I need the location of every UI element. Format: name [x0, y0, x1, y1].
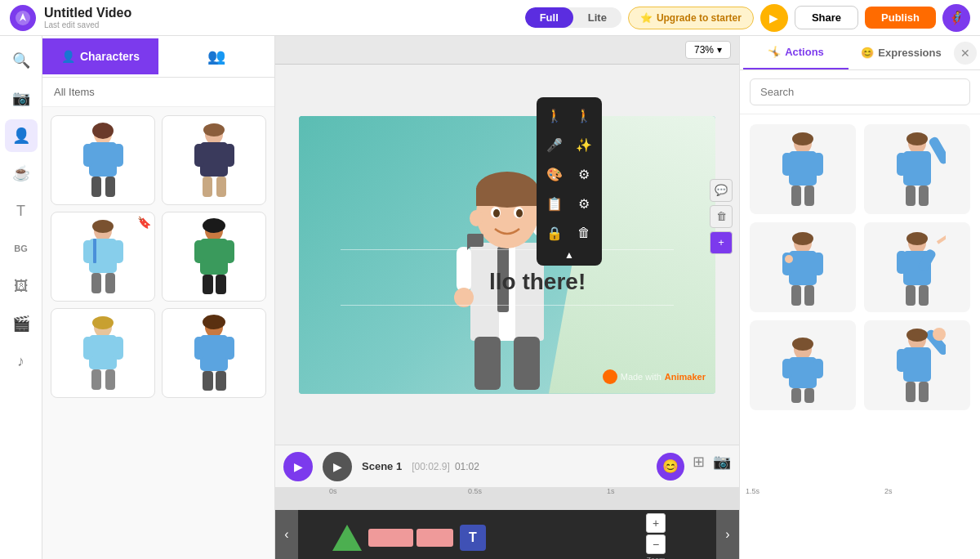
timeline-rect-item2[interactable] — [416, 529, 453, 547]
action-card[interactable] — [864, 124, 970, 214]
character-figure — [77, 216, 130, 297]
delete-side-button[interactable]: 🗑 — [710, 205, 733, 228]
app-logo[interactable] — [10, 5, 36, 31]
character-card[interactable] — [162, 308, 266, 398]
ctx-lock-button[interactable]: 🔒 — [541, 220, 568, 246]
svg-rect-71 — [903, 151, 931, 186]
publish-button[interactable]: Publish — [865, 7, 936, 29]
scene-play-button[interactable]: ▶ — [323, 452, 352, 481]
character-figure — [188, 312, 241, 394]
scene-frame[interactable]: llo there! Made with Animaker — [299, 116, 715, 394]
tab-characters[interactable]: 👤 Characters — [42, 38, 158, 74]
timeline-rect-item1[interactable] — [368, 529, 413, 547]
zoom-out-button[interactable]: − — [646, 534, 666, 554]
ctx-voice-button[interactable]: 🎤 — [541, 132, 568, 158]
timeline-text-item[interactable]: T — [460, 525, 486, 551]
sidebar-audio-button[interactable]: ♪ — [5, 345, 38, 378]
svg-point-29 — [203, 218, 225, 233]
ctx-delete-button[interactable]: 🗑 — [571, 220, 597, 246]
svg-rect-81 — [791, 285, 801, 306]
character-card[interactable]: 🔖 — [51, 212, 155, 302]
upgrade-button[interactable]: ⭐ Upgrade to starter — [628, 7, 754, 29]
character-card[interactable] — [51, 308, 155, 398]
add-side-button[interactable]: + — [710, 231, 733, 254]
svg-rect-12 — [203, 177, 212, 197]
action-card[interactable] — [750, 320, 856, 410]
toggle-full[interactable]: Full — [525, 7, 573, 28]
ctx-gear2-button[interactable]: ⚙ — [571, 190, 597, 217]
ctx-copy-button[interactable]: 📋 — [541, 190, 568, 217]
svg-rect-105 — [919, 382, 929, 402]
marker-1.5s: 1.5s — [746, 487, 760, 495]
zoom-indicator[interactable]: 73% ▾ — [685, 41, 731, 59]
preview-play-button[interactable]: ▶ — [760, 4, 788, 32]
user-avatar[interactable]: 🦸 — [942, 4, 970, 32]
svg-rect-39 — [194, 337, 204, 360]
character-card[interactable] — [162, 115, 266, 205]
action-card[interactable] — [864, 320, 970, 410]
character-panel: 👤 Characters 👥 All Items — [42, 36, 275, 559]
action-card[interactable] — [864, 222, 970, 312]
share-button[interactable]: Share — [795, 6, 858, 29]
main-layout: 🔍 📷 👤 ☕ T BG 🖼 🎬 ♪ 👤 Characters 👥 All It… — [0, 36, 980, 559]
svg-rect-38 — [200, 335, 228, 371]
timeline-triangle-item[interactable] — [332, 525, 362, 551]
sidebar-props-button[interactable]: ☕ — [5, 157, 38, 190]
caption-side-button[interactable]: 💬 — [710, 179, 733, 202]
svg-point-107 — [933, 328, 946, 341]
svg-point-106 — [906, 329, 928, 342]
tab-actions[interactable]: 🤸 Actions — [743, 36, 849, 69]
sidebar-characters-button[interactable]: 👤 — [5, 119, 38, 152]
timeline-grid-icon[interactable]: ⊞ — [693, 453, 705, 481]
svg-rect-75 — [919, 186, 929, 206]
character-card[interactable] — [162, 212, 266, 302]
action-card[interactable] — [750, 222, 856, 312]
watermark: Made with Animaker — [603, 369, 706, 384]
tab-expressions[interactable]: 😊 Expressions — [849, 37, 954, 69]
svg-point-69 — [792, 132, 813, 145]
ctx-effects-button[interactable]: ✨ — [571, 132, 597, 158]
sidebar-text-button[interactable]: T — [5, 195, 38, 227]
svg-rect-104 — [906, 382, 915, 402]
scene-label: Scene 1 — [362, 460, 402, 472]
expressions-icon: 😊 — [861, 47, 874, 59]
timeline-avatar[interactable]: 😊 — [657, 453, 684, 481]
marker-2s: 2s — [884, 487, 893, 495]
zoom-in-button[interactable]: + — [646, 513, 666, 533]
video-title-group: Untitled Video Last edit saved — [44, 6, 131, 29]
sidebar-media-button[interactable]: 📷 — [5, 82, 38, 114]
ctx-collapse-arrow[interactable]: ▲ — [541, 249, 597, 261]
actions-icon: 🤸 — [768, 46, 781, 58]
action-character-figure — [774, 324, 831, 406]
close-panel-button[interactable]: ✕ — [954, 42, 977, 65]
sidebar-background-button[interactable]: BG — [5, 232, 38, 265]
svg-point-91 — [906, 232, 928, 245]
sidebar-image-button[interactable]: 🖼 — [5, 270, 38, 302]
tab-add-character[interactable]: 👥 — [158, 36, 274, 77]
svg-rect-95 — [782, 359, 792, 378]
ctx-settings-button[interactable]: ⚙ — [571, 161, 597, 187]
timeline-scroll-right[interactable]: › — [716, 510, 739, 559]
svg-point-61 — [470, 210, 483, 226]
global-play-button[interactable]: ▶ — [283, 452, 313, 481]
watermark-logo — [603, 369, 617, 384]
toggle-lite[interactable]: Lite — [573, 7, 621, 28]
ctx-walk-button[interactable]: 🚶 — [541, 102, 568, 128]
timeline-scroll-left[interactable]: ‹ — [275, 510, 298, 559]
time-total: 01:02 — [455, 461, 479, 472]
svg-rect-24 — [200, 239, 228, 275]
svg-point-76 — [906, 132, 928, 145]
sidebar-search-button[interactable]: 🔍 — [5, 44, 38, 77]
svg-rect-3 — [83, 144, 93, 167]
scene-text: llo there! — [489, 269, 586, 295]
svg-rect-67 — [791, 186, 801, 206]
timeline-camera-icon[interactable]: 📷 — [713, 453, 731, 481]
character-card[interactable] — [51, 115, 155, 205]
video-title[interactable]: Untitled Video — [44, 6, 131, 20]
svg-rect-34 — [91, 369, 101, 390]
ctx-walk-add-button[interactable]: 🚶 — [571, 102, 597, 128]
sidebar-video-button[interactable]: 🎬 — [5, 307, 38, 340]
action-card[interactable] — [750, 124, 856, 214]
search-input[interactable] — [750, 78, 970, 105]
ctx-color-button[interactable]: 🎨 — [541, 161, 568, 187]
